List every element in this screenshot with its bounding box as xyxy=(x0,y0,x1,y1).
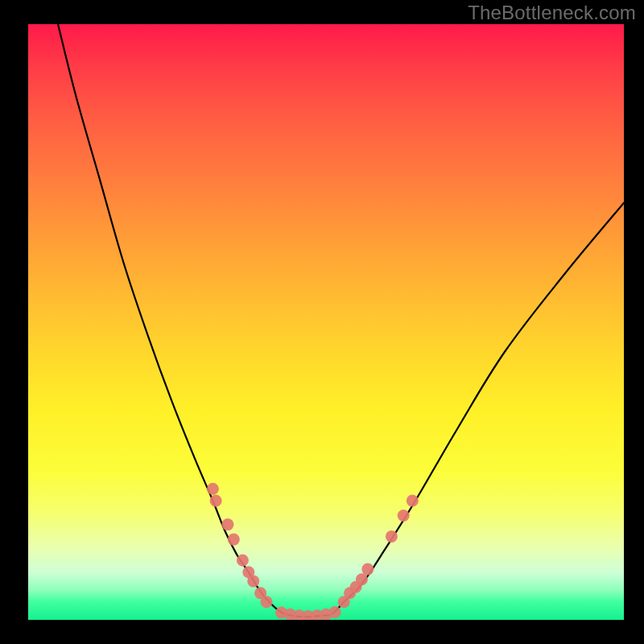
data-marker xyxy=(386,530,398,543)
data-marker xyxy=(247,575,259,587)
bottleneck-curve xyxy=(58,24,624,617)
data-marker xyxy=(207,483,219,495)
chart-container: TheBottleneck.com xyxy=(0,0,644,644)
curve-group xyxy=(58,24,624,617)
data-marker xyxy=(329,606,341,618)
data-marker xyxy=(361,564,374,576)
data-marker xyxy=(228,534,240,546)
data-marker xyxy=(210,495,222,507)
data-marker xyxy=(221,518,233,530)
data-marker xyxy=(356,573,368,585)
chart-svg xyxy=(28,24,624,620)
data-marker xyxy=(407,495,419,507)
data-marker xyxy=(261,596,273,608)
watermark-text: TheBottleneck.com xyxy=(468,2,636,24)
marker-group xyxy=(207,483,419,620)
data-marker xyxy=(398,510,410,522)
data-marker xyxy=(237,555,249,567)
